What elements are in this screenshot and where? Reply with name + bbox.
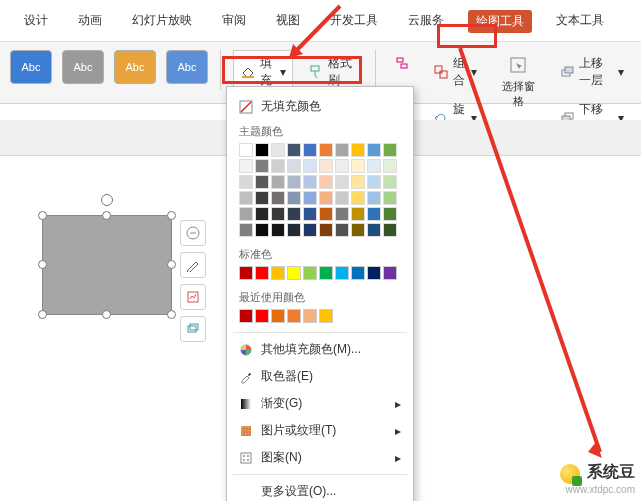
- rotate-handle[interactable]: [101, 194, 113, 206]
- resize-handle[interactable]: [102, 310, 111, 319]
- color-swatch[interactable]: [383, 207, 397, 221]
- color-swatch[interactable]: [319, 266, 333, 280]
- color-swatch[interactable]: [271, 159, 285, 173]
- more-colors-item[interactable]: 其他填充颜色(M)...: [227, 336, 413, 363]
- more-settings-item[interactable]: 更多设置(O)...: [227, 478, 413, 501]
- color-swatch[interactable]: [271, 207, 285, 221]
- color-swatch[interactable]: [239, 309, 253, 323]
- color-swatch[interactable]: [255, 266, 269, 280]
- color-swatch[interactable]: [319, 309, 333, 323]
- select-pane-button[interactable]: 选择窗格: [492, 50, 544, 114]
- shape-style-gallery[interactable]: Abc Abc Abc Abc: [10, 50, 208, 84]
- group-button[interactable]: 组合▾: [426, 50, 484, 94]
- color-swatch[interactable]: [303, 191, 317, 205]
- edit-button[interactable]: [180, 252, 206, 278]
- color-swatch[interactable]: [351, 143, 365, 157]
- color-swatch[interactable]: [367, 191, 381, 205]
- tab-design[interactable]: 设计: [18, 10, 54, 33]
- color-swatch[interactable]: [255, 159, 269, 173]
- color-swatch[interactable]: [271, 266, 285, 280]
- tab-slideshow[interactable]: 幻灯片放映: [126, 10, 198, 33]
- color-swatch[interactable]: [319, 159, 333, 173]
- color-swatch[interactable]: [287, 143, 301, 157]
- pattern-item[interactable]: 图案(N) ▸: [227, 444, 413, 471]
- color-swatch[interactable]: [335, 143, 349, 157]
- color-swatch[interactable]: [351, 175, 365, 189]
- color-swatch[interactable]: [239, 207, 253, 221]
- color-swatch[interactable]: [287, 266, 301, 280]
- color-swatch[interactable]: [351, 223, 365, 237]
- color-swatch[interactable]: [319, 223, 333, 237]
- tab-view[interactable]: 视图: [270, 10, 306, 33]
- tab-dev[interactable]: 开发工具: [324, 10, 384, 33]
- color-swatch[interactable]: [255, 309, 269, 323]
- color-swatch[interactable]: [303, 223, 317, 237]
- color-swatch[interactable]: [383, 223, 397, 237]
- color-swatch[interactable]: [335, 223, 349, 237]
- color-swatch[interactable]: [319, 191, 333, 205]
- color-swatch[interactable]: [367, 159, 381, 173]
- color-swatch[interactable]: [351, 207, 365, 221]
- color-swatch[interactable]: [255, 143, 269, 157]
- color-swatch[interactable]: [319, 143, 333, 157]
- color-swatch[interactable]: [367, 266, 381, 280]
- texture-item[interactable]: 图片或纹理(T) ▸: [227, 417, 413, 444]
- color-swatch[interactable]: [367, 223, 381, 237]
- color-swatch[interactable]: [383, 266, 397, 280]
- color-swatch[interactable]: [287, 191, 301, 205]
- color-swatch[interactable]: [287, 207, 301, 221]
- color-swatch[interactable]: [383, 159, 397, 173]
- color-swatch[interactable]: [239, 191, 253, 205]
- color-swatch[interactable]: [255, 223, 269, 237]
- color-swatch[interactable]: [287, 223, 301, 237]
- resize-handle[interactable]: [167, 211, 176, 220]
- shape-style-3[interactable]: Abc: [114, 50, 156, 84]
- color-swatch[interactable]: [335, 266, 349, 280]
- gradient-item[interactable]: 渐变(G) ▸: [227, 390, 413, 417]
- color-swatch[interactable]: [239, 159, 253, 173]
- color-swatch[interactable]: [367, 207, 381, 221]
- selected-shape[interactable]: [42, 215, 172, 315]
- color-swatch[interactable]: [239, 175, 253, 189]
- color-swatch[interactable]: [303, 175, 317, 189]
- color-swatch[interactable]: [255, 207, 269, 221]
- zoom-out-button[interactable]: [180, 220, 206, 246]
- color-swatch[interactable]: [303, 207, 317, 221]
- tab-draw-tools[interactable]: 绘图工具: [468, 10, 532, 33]
- tab-review[interactable]: 审阅: [216, 10, 252, 33]
- color-swatch[interactable]: [303, 266, 317, 280]
- color-swatch[interactable]: [335, 175, 349, 189]
- resize-handle[interactable]: [167, 260, 176, 269]
- color-swatch[interactable]: [319, 175, 333, 189]
- resize-handle[interactable]: [38, 211, 47, 220]
- color-swatch[interactable]: [319, 207, 333, 221]
- tab-cloud[interactable]: 云服务: [402, 10, 450, 33]
- layers-button[interactable]: [180, 316, 206, 342]
- shape-style-4[interactable]: Abc: [166, 50, 208, 84]
- color-swatch[interactable]: [271, 143, 285, 157]
- color-swatch[interactable]: [239, 223, 253, 237]
- resize-handle[interactable]: [38, 310, 47, 319]
- eyedropper-item[interactable]: 取色器(E): [227, 363, 413, 390]
- tab-animation[interactable]: 动画: [72, 10, 108, 33]
- color-swatch[interactable]: [335, 191, 349, 205]
- color-swatch[interactable]: [303, 309, 317, 323]
- color-swatch[interactable]: [351, 159, 365, 173]
- color-swatch[interactable]: [383, 191, 397, 205]
- shape-style-2[interactable]: Abc: [62, 50, 104, 84]
- color-swatch[interactable]: [351, 191, 365, 205]
- color-swatch[interactable]: [255, 191, 269, 205]
- color-swatch[interactable]: [271, 175, 285, 189]
- color-swatch[interactable]: [383, 143, 397, 157]
- color-swatch[interactable]: [287, 175, 301, 189]
- color-swatch[interactable]: [287, 309, 301, 323]
- color-swatch[interactable]: [335, 159, 349, 173]
- color-swatch[interactable]: [367, 175, 381, 189]
- color-swatch[interactable]: [287, 159, 301, 173]
- color-swatch[interactable]: [303, 159, 317, 173]
- chart-button[interactable]: [180, 284, 206, 310]
- color-swatch[interactable]: [383, 175, 397, 189]
- color-swatch[interactable]: [367, 143, 381, 157]
- color-swatch[interactable]: [239, 143, 253, 157]
- tab-text-tools[interactable]: 文本工具: [550, 10, 610, 33]
